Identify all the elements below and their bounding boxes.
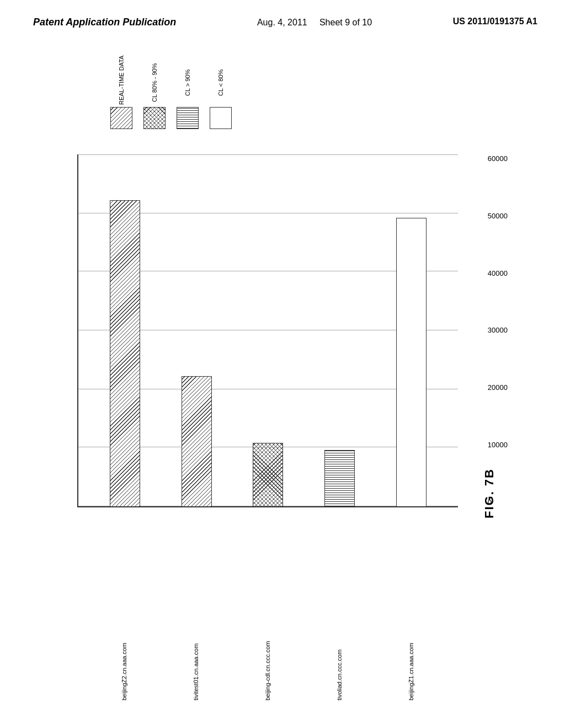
y-label-50000: 50000 [483, 212, 508, 220]
legend-label-cl8090: CL 80% - 90% [151, 61, 158, 105]
x-label-2: tivitest01.cn.aaa.com [160, 612, 232, 700]
x-label-5: beijingZ1.cn.aaa.com [375, 612, 447, 700]
y-axis-labels: 60000 50000 40000 30000 20000 10000 0 [483, 154, 508, 506]
legend: REAL-TIME DATA CL 80% - 90% CL > 90% CL … [110, 61, 232, 129]
bar-3 [253, 443, 283, 506]
bar-4 [324, 450, 355, 506]
legend-item-cl90: CL > 90% [177, 61, 199, 129]
chart-container: 60000 50000 40000 30000 20000 10000 0 be… [33, 154, 513, 607]
publication-date: Aug. 4, 2011 Sheet 9 of 10 [257, 18, 372, 28]
legend-item-cl8090: CL 80% - 90% [143, 61, 166, 129]
legend-label-realtime: REAL-TIME DATA [118, 61, 125, 105]
bar-1 [110, 200, 140, 506]
x-label-1: beijingZ2.cn.aaa.com [88, 612, 160, 700]
x-axis-labels: beijingZ2.cn.aaa.com tivitest01.cn.aaa.c… [77, 612, 458, 700]
x-label-3: beijing-cdl.cn.ccc.com [232, 612, 303, 700]
y-label-60000: 60000 [483, 154, 508, 163]
bar-group-2 [161, 154, 233, 506]
bar-5 [396, 218, 427, 506]
bar-group-5 [375, 154, 447, 506]
publication-number: US 2011/0191375 A1 [453, 17, 537, 26]
legend-box-cl80 [210, 107, 232, 129]
y-label-30000: 30000 [483, 326, 508, 334]
y-label-40000: 40000 [483, 269, 508, 277]
bar-group-4 [304, 154, 376, 506]
bar-group-3 [232, 154, 304, 506]
legend-box-cl90 [177, 107, 199, 129]
figure-label: FIG. 7B [482, 468, 497, 518]
y-label-10000: 10000 [483, 441, 508, 449]
y-label-20000: 20000 [483, 383, 508, 392]
legend-box-realtime [110, 107, 132, 129]
header: Patent Application Publication Aug. 4, 2… [0, 0, 565, 28]
legend-label-cl90: CL > 90% [184, 61, 191, 105]
bars-area [78, 154, 458, 506]
chart-area: 60000 50000 40000 30000 20000 10000 0 [77, 154, 458, 507]
page: Patent Application Publication Aug. 4, 2… [0, 0, 565, 728]
legend-item-realtime: REAL-TIME DATA [110, 61, 132, 129]
legend-label-cl80: CL < 80% [217, 61, 224, 105]
x-label-4: tivoliad.cn.ccc.com [303, 612, 375, 700]
legend-item-cl80: CL < 80% [210, 61, 232, 129]
publication-title: Patent Application Publication [33, 17, 176, 28]
bar-2 [182, 376, 212, 506]
legend-box-cl8090 [143, 107, 166, 129]
bar-group-1 [89, 154, 161, 506]
